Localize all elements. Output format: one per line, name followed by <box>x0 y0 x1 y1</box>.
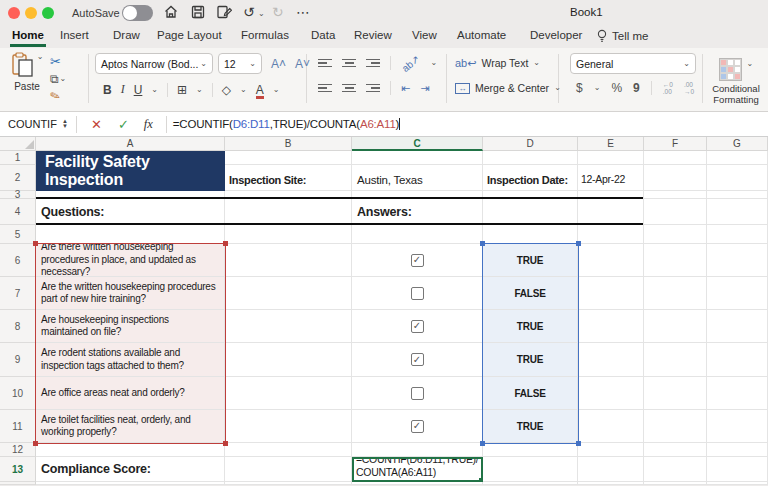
cell-e13[interactable] <box>578 457 644 482</box>
checkbox-8[interactable]: ✓ <box>411 320 424 333</box>
question-cell-6[interactable]: Are there written housekeeping procedure… <box>36 244 225 277</box>
align-right-icon[interactable] <box>366 84 380 93</box>
answer-cell-d8[interactable]: TRUE <box>483 310 578 343</box>
cell-e11[interactable] <box>578 410 644 443</box>
fill-chevron-icon[interactable]: ⌄ <box>240 85 247 95</box>
row-header-14[interactable] <box>0 482 36 485</box>
font-name-select[interactable]: Aptos Narrow (Bod... ⌄ <box>95 53 213 74</box>
question-cell-7[interactable]: Are the written housekeeping procedures … <box>36 277 225 310</box>
cell-c7[interactable] <box>352 277 483 310</box>
align-top-icon[interactable] <box>318 59 332 68</box>
answer-cell-d7[interactable]: FALSE <box>483 277 578 310</box>
font-color-button[interactable]: A <box>256 83 264 97</box>
borders-icon[interactable]: ⊞ <box>177 83 187 97</box>
insert-function-icon[interactable]: fx <box>144 117 153 132</box>
cell-e2[interactable]: 12-Apr-22 <box>578 165 644 191</box>
cell-g4[interactable] <box>707 199 768 225</box>
tab-page-layout[interactable]: Page Layout <box>155 26 224 44</box>
cell-d5[interactable] <box>483 225 578 244</box>
cell-c8[interactable]: ✓ <box>352 310 483 343</box>
tab-review[interactable]: Review <box>352 26 394 44</box>
cell-a12[interactable] <box>36 443 225 457</box>
checkbox-10[interactable] <box>411 387 424 400</box>
cell-a4[interactable]: Questions: <box>36 199 225 225</box>
number-format-select[interactable]: General ⌄ <box>570 53 696 74</box>
checkbox-6[interactable]: ✓ <box>411 254 424 267</box>
cell-e8[interactable] <box>578 310 644 343</box>
align-bottom-icon[interactable] <box>366 59 380 68</box>
cell-f8[interactable] <box>644 310 707 343</box>
home-icon[interactable] <box>163 4 179 20</box>
undo-icon[interactable]: ↺ <box>243 3 255 21</box>
cell-e3[interactable] <box>578 191 644 199</box>
cell-f5[interactable] <box>644 225 707 244</box>
cell-d2[interactable]: Inspection Date: <box>483 165 578 191</box>
cell-d1[interactable] <box>483 151 578 165</box>
cell-b10[interactable] <box>225 377 352 410</box>
tab-home[interactable]: Home <box>10 26 46 47</box>
cell-b13[interactable] <box>225 457 352 482</box>
comma-style-icon[interactable]: 9 <box>633 81 640 95</box>
row-header-7[interactable]: 7 <box>0 277 36 310</box>
cell-b7[interactable] <box>225 277 352 310</box>
cell-f9[interactable] <box>644 343 707 377</box>
align-center-icon[interactable] <box>342 84 356 93</box>
cell-b14[interactable] <box>225 482 352 485</box>
tab-formulas[interactable]: Formulas <box>239 26 291 44</box>
cell-b6[interactable] <box>225 244 352 277</box>
cell-c2[interactable]: Austin, Texas <box>352 165 483 191</box>
row-header-8[interactable]: 8 <box>0 310 36 343</box>
column-header-e[interactable]: E <box>578 137 644 151</box>
cell-b2[interactable]: Inspection Site: <box>225 165 352 191</box>
cell-f4[interactable] <box>644 199 707 225</box>
question-cell-9[interactable]: Are rodent stations available and inspec… <box>36 343 225 377</box>
question-cell-10[interactable]: Are office areas neat and orderly? <box>36 377 225 410</box>
italic-button[interactable]: I <box>121 82 125 97</box>
close-window-button[interactable] <box>8 7 20 19</box>
question-cell-8[interactable]: Are housekeeping inspections maintained … <box>36 310 225 343</box>
cell-c9[interactable]: ✓ <box>352 343 483 377</box>
cell-a1[interactable] <box>36 151 225 165</box>
conditional-formatting-button[interactable]: ⌄ Conditional Formatting <box>706 52 766 105</box>
align-middle-icon[interactable] <box>342 59 356 68</box>
decrease-indent-icon[interactable]: ⇤ <box>401 82 410 95</box>
row-header-9[interactable]: 9 <box>0 343 36 377</box>
cell-f1[interactable] <box>644 151 707 165</box>
checkbox-7[interactable] <box>411 287 424 300</box>
tab-automate[interactable]: Automate <box>455 26 508 44</box>
cell-c5[interactable] <box>352 225 483 244</box>
column-header-c[interactable]: C <box>352 137 483 151</box>
row-header-4[interactable]: 4 <box>0 199 36 225</box>
underline-button[interactable]: U <box>134 83 143 97</box>
cell-g5[interactable] <box>707 225 768 244</box>
cell-e1[interactable] <box>578 151 644 165</box>
cell-c14[interactable] <box>352 482 483 485</box>
cell-d12[interactable] <box>483 443 578 457</box>
font-size-select[interactable]: 12 ⌄ <box>218 53 262 74</box>
fill-color-icon[interactable]: ◇ <box>222 83 231 97</box>
answer-cell-d11[interactable]: TRUE <box>483 410 578 443</box>
autosave-toggle[interactable] <box>122 5 153 21</box>
formula-input[interactable]: =COUNTIF(D6:D11,TRUE)/COUNTA(A6:A11) <box>173 118 400 130</box>
cell-g6[interactable] <box>707 244 768 277</box>
cell-g11[interactable] <box>707 410 768 443</box>
cell-c11[interactable]: ✓ <box>352 410 483 443</box>
cell-g13[interactable] <box>707 457 768 482</box>
borders-chevron-icon[interactable]: ⌄ <box>196 85 203 95</box>
tab-view[interactable]: View <box>410 26 439 44</box>
save-icon[interactable] <box>190 4 206 20</box>
cell-f10[interactable] <box>644 377 707 410</box>
column-header-g[interactable]: G <box>707 137 768 151</box>
cell-f3[interactable] <box>644 191 707 199</box>
tab-tell-me[interactable]: Tell me <box>596 26 648 46</box>
cell-b9[interactable] <box>225 343 352 377</box>
orientation-chevron-icon[interactable]: ⌄ <box>431 58 438 68</box>
paste-button[interactable]: ⌄ Paste <box>8 52 46 103</box>
cell-g1[interactable] <box>707 151 768 165</box>
cell-f14[interactable] <box>644 482 707 485</box>
cell-e6[interactable] <box>578 244 644 277</box>
cell-g7[interactable] <box>707 277 768 310</box>
checkbox-9[interactable]: ✓ <box>411 353 424 366</box>
underline-chevron-icon[interactable]: ⌄ <box>151 85 158 95</box>
format-painter-icon[interactable]: ✎ <box>48 88 62 105</box>
